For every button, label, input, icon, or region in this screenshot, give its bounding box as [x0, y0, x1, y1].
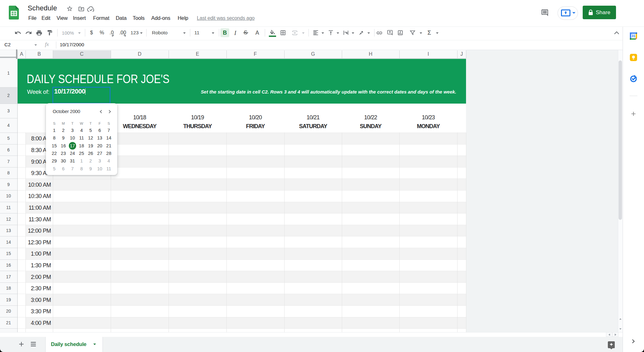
svg-text:31: 31 [631, 34, 635, 38]
